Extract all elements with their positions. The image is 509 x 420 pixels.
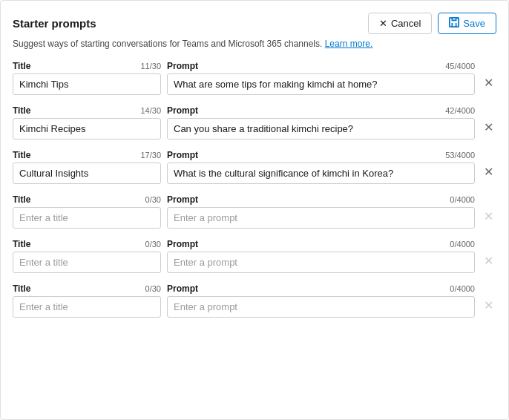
prompt-label-2: Prompt — [167, 105, 198, 116]
prompt-input-3[interactable] — [167, 163, 475, 184]
delete-button-2[interactable]: ✕ — [481, 122, 496, 134]
delete-icon-6: ✕ — [484, 300, 493, 312]
title-input-4[interactable] — [13, 207, 161, 229]
prompt-label-1: Prompt — [167, 61, 198, 71]
title-char-count-2: 14/30 — [140, 106, 161, 115]
prompt-row-6: Title 0/30 Prompt 0/4000 ✕ — [13, 283, 496, 318]
title-input-2[interactable] — [13, 118, 161, 140]
prompt-input-6[interactable] — [167, 296, 475, 318]
starter-prompts-panel: Starter prompts ✕ Cancel Save Suggest wa… — [0, 0, 509, 420]
title-input-1[interactable] — [13, 73, 161, 95]
cancel-button[interactable]: ✕ Cancel — [368, 13, 432, 34]
delete-button-6: ✕ — [481, 300, 496, 312]
title-label-5: Title — [13, 239, 30, 249]
prompt-group-2: Prompt 42/4000 — [167, 105, 475, 140]
rows-container: Title 11/30 Prompt 45/4000 ✕ Title 14/30 — [13, 61, 496, 318]
delete-icon-1: ✕ — [484, 77, 493, 89]
panel-subtitle: Suggest ways of starting conversations f… — [13, 39, 496, 49]
save-label: Save — [463, 18, 485, 29]
prompt-row-5: Title 0/30 Prompt 0/4000 ✕ — [13, 239, 496, 273]
delete-button-4: ✕ — [481, 211, 496, 223]
prompt-char-count-5: 0/4000 — [450, 240, 475, 249]
title-group-2: Title 14/30 — [13, 105, 161, 140]
prompt-char-count-3: 53/4000 — [445, 151, 475, 160]
cancel-icon: ✕ — [379, 18, 387, 29]
prompt-group-4: Prompt 0/4000 — [167, 194, 475, 229]
title-input-6[interactable] — [13, 296, 161, 318]
delete-icon-5: ✕ — [484, 255, 493, 267]
title-char-count-1: 11/30 — [140, 62, 161, 70]
title-group-4: Title 0/30 — [13, 194, 161, 229]
prompt-group-1: Prompt 45/4000 — [167, 61, 475, 95]
title-char-count-5: 0/30 — [145, 240, 161, 249]
prompt-row-1: Title 11/30 Prompt 45/4000 ✕ — [13, 61, 496, 95]
prompt-label-4: Prompt — [167, 194, 198, 205]
delete-icon-2: ✕ — [484, 122, 493, 134]
save-icon — [449, 17, 459, 30]
title-char-count-3: 17/30 — [140, 151, 161, 160]
prompt-group-3: Prompt 53/4000 — [167, 150, 475, 184]
prompt-char-count-1: 45/4000 — [445, 62, 475, 70]
title-char-count-6: 0/30 — [145, 284, 161, 293]
title-group-6: Title 0/30 — [13, 283, 161, 318]
prompt-char-count-2: 42/4000 — [445, 106, 475, 115]
title-input-5[interactable] — [13, 252, 161, 273]
cancel-label: Cancel — [391, 18, 421, 29]
prompt-row-4: Title 0/30 Prompt 0/4000 ✕ — [13, 194, 496, 229]
title-group-1: Title 11/30 — [13, 61, 161, 95]
title-label-2: Title — [13, 105, 30, 116]
prompt-input-2[interactable] — [167, 118, 475, 140]
prompt-group-5: Prompt 0/4000 — [167, 239, 475, 273]
prompt-label-5: Prompt — [167, 239, 198, 249]
header-buttons: ✕ Cancel Save — [368, 13, 496, 34]
prompt-char-count-6: 0/4000 — [450, 284, 475, 293]
panel-title: Starter prompts — [13, 17, 96, 30]
save-button[interactable]: Save — [438, 13, 496, 34]
title-label-4: Title — [13, 194, 30, 205]
prompt-row-3: Title 17/30 Prompt 53/4000 ✕ — [13, 150, 496, 184]
prompt-group-6: Prompt 0/4000 — [167, 283, 475, 318]
title-char-count-4: 0/30 — [145, 195, 161, 204]
title-group-5: Title 0/30 — [13, 239, 161, 273]
prompt-label-3: Prompt — [167, 150, 198, 160]
delete-icon-4: ✕ — [484, 211, 493, 223]
title-group-3: Title 17/30 — [13, 150, 161, 184]
delete-button-3[interactable]: ✕ — [481, 166, 496, 178]
panel-header: Starter prompts ✕ Cancel Save — [13, 13, 496, 34]
title-input-3[interactable] — [13, 163, 161, 184]
delete-button-5: ✕ — [481, 255, 496, 267]
learn-more-link[interactable]: Learn more. — [325, 39, 373, 49]
prompt-input-1[interactable] — [167, 73, 475, 95]
title-label-3: Title — [13, 150, 30, 160]
prompt-input-4[interactable] — [167, 207, 475, 229]
delete-button-1[interactable]: ✕ — [481, 77, 496, 89]
prompt-input-5[interactable] — [167, 252, 475, 273]
delete-icon-3: ✕ — [484, 166, 493, 178]
prompt-label-6: Prompt — [167, 283, 198, 294]
title-label-6: Title — [13, 283, 30, 294]
title-label-1: Title — [13, 61, 30, 71]
prompt-row-2: Title 14/30 Prompt 42/4000 ✕ — [13, 105, 496, 140]
prompt-char-count-4: 0/4000 — [450, 195, 475, 204]
